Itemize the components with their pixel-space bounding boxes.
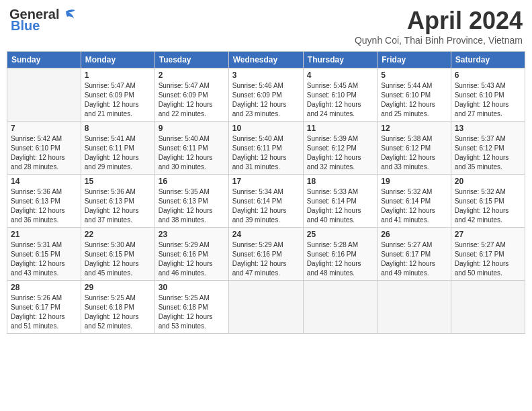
- calendar-cell: 20Sunrise: 5:32 AMSunset: 6:15 PMDayligh…: [451, 175, 525, 228]
- column-header-friday: Friday: [378, 52, 451, 68]
- day-number: 15: [85, 177, 151, 186]
- day-info: Sunrise: 5:40 AMSunset: 6:11 PMDaylight:…: [159, 134, 225, 172]
- calendar-cell: 19Sunrise: 5:32 AMSunset: 6:14 PMDayligh…: [378, 175, 451, 228]
- day-number: 16: [159, 177, 225, 186]
- day-number: 8: [85, 124, 151, 133]
- week-row-2: 7Sunrise: 5:42 AMSunset: 6:10 PMDaylight…: [7, 122, 525, 175]
- day-number: 18: [307, 177, 373, 186]
- calendar-cell: 23Sunrise: 5:29 AMSunset: 6:16 PMDayligh…: [154, 228, 228, 281]
- calendar-cell: [7, 68, 81, 122]
- week-row-3: 14Sunrise: 5:36 AMSunset: 6:13 PMDayligh…: [7, 175, 525, 228]
- calendar-cell: 16Sunrise: 5:35 AMSunset: 6:13 PMDayligh…: [154, 175, 228, 228]
- calendar-table: SundayMondayTuesdayWednesdayThursdayFrid…: [7, 51, 525, 334]
- calendar-cell: 5Sunrise: 5:44 AMSunset: 6:10 PMDaylight…: [378, 68, 451, 122]
- day-info: Sunrise: 5:25 AMSunset: 6:18 PMDaylight:…: [85, 293, 151, 331]
- day-info: Sunrise: 5:47 AMSunset: 6:09 PMDaylight:…: [159, 81, 225, 119]
- day-number: 12: [381, 124, 447, 133]
- day-info: Sunrise: 5:40 AMSunset: 6:11 PMDaylight:…: [232, 134, 300, 172]
- day-number: 13: [455, 124, 521, 133]
- day-number: 5: [381, 71, 447, 80]
- calendar-cell: 17Sunrise: 5:34 AMSunset: 6:14 PMDayligh…: [228, 175, 303, 228]
- column-header-monday: Monday: [81, 52, 154, 68]
- day-info: Sunrise: 5:27 AMSunset: 6:17 PMDaylight:…: [381, 240, 447, 278]
- calendar-cell: 25Sunrise: 5:28 AMSunset: 6:16 PMDayligh…: [303, 228, 377, 281]
- day-number: 2: [159, 71, 225, 80]
- day-number: 29: [85, 283, 151, 292]
- day-info: Sunrise: 5:25 AMSunset: 6:18 PMDaylight:…: [159, 293, 225, 331]
- day-info: Sunrise: 5:32 AMSunset: 6:14 PMDaylight:…: [381, 187, 447, 225]
- logo-bird-icon: [60, 9, 75, 21]
- calendar-cell: 14Sunrise: 5:36 AMSunset: 6:13 PMDayligh…: [7, 175, 81, 228]
- calendar-cell: 1Sunrise: 5:47 AMSunset: 6:09 PMDaylight…: [81, 68, 154, 122]
- day-number: 3: [232, 71, 300, 80]
- day-info: Sunrise: 5:35 AMSunset: 6:13 PMDaylight:…: [159, 187, 225, 225]
- page-header: General Blue April 2024 Quynh Coi, Thai …: [7, 7, 525, 46]
- day-info: Sunrise: 5:36 AMSunset: 6:13 PMDaylight:…: [11, 187, 77, 225]
- calendar-cell: 8Sunrise: 5:41 AMSunset: 6:11 PMDaylight…: [81, 122, 154, 175]
- day-info: Sunrise: 5:33 AMSunset: 6:14 PMDaylight:…: [307, 187, 373, 225]
- day-info: Sunrise: 5:41 AMSunset: 6:11 PMDaylight:…: [85, 134, 151, 172]
- day-number: 22: [85, 230, 151, 239]
- calendar-cell: 12Sunrise: 5:38 AMSunset: 6:12 PMDayligh…: [378, 122, 451, 175]
- day-info: Sunrise: 5:26 AMSunset: 6:17 PMDaylight:…: [11, 293, 77, 331]
- week-row-1: 1Sunrise: 5:47 AMSunset: 6:09 PMDaylight…: [7, 68, 525, 122]
- calendar-cell: 3Sunrise: 5:46 AMSunset: 6:09 PMDaylight…: [228, 68, 303, 122]
- day-info: Sunrise: 5:31 AMSunset: 6:15 PMDaylight:…: [11, 240, 77, 278]
- day-info: Sunrise: 5:36 AMSunset: 6:13 PMDaylight:…: [85, 187, 151, 225]
- day-number: 9: [159, 124, 225, 133]
- day-info: Sunrise: 5:30 AMSunset: 6:15 PMDaylight:…: [85, 240, 151, 278]
- day-number: 25: [307, 230, 373, 239]
- calendar-cell: [378, 281, 451, 334]
- day-info: Sunrise: 5:45 AMSunset: 6:10 PMDaylight:…: [307, 81, 373, 119]
- day-info: Sunrise: 5:38 AMSunset: 6:12 PMDaylight:…: [381, 134, 447, 172]
- column-header-thursday: Thursday: [303, 52, 377, 68]
- day-number: 11: [307, 124, 373, 133]
- calendar-cell: [303, 281, 377, 334]
- day-number: 30: [159, 283, 225, 292]
- logo-blue: Blue: [11, 18, 40, 34]
- day-info: Sunrise: 5:39 AMSunset: 6:12 PMDaylight:…: [307, 134, 373, 172]
- day-info: Sunrise: 5:28 AMSunset: 6:16 PMDaylight:…: [307, 240, 373, 278]
- day-number: 27: [455, 230, 521, 239]
- calendar-cell: 11Sunrise: 5:39 AMSunset: 6:12 PMDayligh…: [303, 122, 377, 175]
- calendar-cell: [451, 281, 525, 334]
- column-header-tuesday: Tuesday: [154, 52, 228, 68]
- day-number: 23: [159, 230, 225, 239]
- calendar-cell: 7Sunrise: 5:42 AMSunset: 6:10 PMDaylight…: [7, 122, 81, 175]
- day-number: 17: [232, 177, 300, 186]
- day-number: 7: [11, 124, 77, 133]
- calendar-cell: 6Sunrise: 5:43 AMSunset: 6:10 PMDaylight…: [451, 68, 525, 122]
- calendar-cell: 13Sunrise: 5:37 AMSunset: 6:12 PMDayligh…: [451, 122, 525, 175]
- logo: General Blue: [9, 7, 75, 34]
- day-info: Sunrise: 5:27 AMSunset: 6:17 PMDaylight:…: [455, 240, 521, 278]
- calendar-cell: 29Sunrise: 5:25 AMSunset: 6:18 PMDayligh…: [81, 281, 154, 334]
- calendar-cell: 24Sunrise: 5:29 AMSunset: 6:16 PMDayligh…: [228, 228, 303, 281]
- calendar-cell: 27Sunrise: 5:27 AMSunset: 6:17 PMDayligh…: [451, 228, 525, 281]
- calendar-cell: [228, 281, 303, 334]
- calendar-cell: 9Sunrise: 5:40 AMSunset: 6:11 PMDaylight…: [154, 122, 228, 175]
- location-subtitle: Quynh Coi, Thai Binh Province, Vietnam: [355, 35, 523, 46]
- calendar-cell: 18Sunrise: 5:33 AMSunset: 6:14 PMDayligh…: [303, 175, 377, 228]
- calendar-cell: 22Sunrise: 5:30 AMSunset: 6:15 PMDayligh…: [81, 228, 154, 281]
- day-info: Sunrise: 5:29 AMSunset: 6:16 PMDaylight:…: [232, 240, 300, 278]
- calendar-cell: 4Sunrise: 5:45 AMSunset: 6:10 PMDaylight…: [303, 68, 377, 122]
- day-info: Sunrise: 5:34 AMSunset: 6:14 PMDaylight:…: [232, 187, 300, 225]
- day-info: Sunrise: 5:42 AMSunset: 6:10 PMDaylight:…: [11, 134, 77, 172]
- day-info: Sunrise: 5:37 AMSunset: 6:12 PMDaylight:…: [455, 134, 521, 172]
- title-block: April 2024 Quynh Coi, Thai Binh Province…: [355, 7, 523, 46]
- column-header-saturday: Saturday: [451, 52, 525, 68]
- day-number: 10: [232, 124, 300, 133]
- calendar-cell: 10Sunrise: 5:40 AMSunset: 6:11 PMDayligh…: [228, 122, 303, 175]
- week-row-4: 21Sunrise: 5:31 AMSunset: 6:15 PMDayligh…: [7, 228, 525, 281]
- calendar-cell: 26Sunrise: 5:27 AMSunset: 6:17 PMDayligh…: [378, 228, 451, 281]
- day-info: Sunrise: 5:43 AMSunset: 6:10 PMDaylight:…: [455, 81, 521, 119]
- day-number: 19: [381, 177, 447, 186]
- day-number: 28: [11, 283, 77, 292]
- week-row-5: 28Sunrise: 5:26 AMSunset: 6:17 PMDayligh…: [7, 281, 525, 334]
- day-info: Sunrise: 5:44 AMSunset: 6:10 PMDaylight:…: [381, 81, 447, 119]
- calendar-header-row: SundayMondayTuesdayWednesdayThursdayFrid…: [7, 52, 525, 68]
- day-number: 24: [232, 230, 300, 239]
- calendar-cell: 28Sunrise: 5:26 AMSunset: 6:17 PMDayligh…: [7, 281, 81, 334]
- month-year-title: April 2024: [355, 7, 523, 35]
- calendar-cell: 2Sunrise: 5:47 AMSunset: 6:09 PMDaylight…: [154, 68, 228, 122]
